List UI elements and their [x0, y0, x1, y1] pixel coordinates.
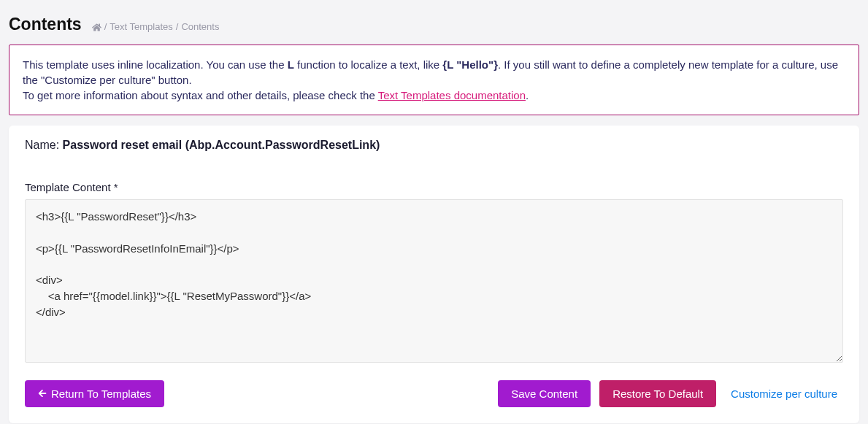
alert-text: This template uses inline localization. …	[23, 58, 288, 71]
template-content-input[interactable]	[25, 199, 843, 363]
save-button-label: Save Content	[511, 388, 577, 400]
return-button[interactable]: Return To Templates	[25, 380, 164, 407]
breadcrumb-separator: /	[176, 21, 179, 32]
docs-link[interactable]: Text Templates documentation	[378, 89, 526, 101]
breadcrumb-item[interactable]: Text Templates	[110, 21, 172, 32]
name-label: Name:	[25, 139, 59, 151]
alert-text: function to localize a text, like	[294, 58, 442, 71]
template-card: Name: Password reset email (Abp.Account.…	[9, 126, 859, 423]
name-value: Password reset email (Abp.Account.Passwo…	[63, 139, 380, 151]
return-button-label: Return To Templates	[51, 388, 151, 400]
actions-row: Return To Templates Save Content Restore…	[25, 380, 843, 407]
breadcrumb: / Text Templates / Contents	[92, 21, 220, 32]
page-header: Contents / Text Templates / Contents	[0, 0, 868, 45]
home-icon[interactable]	[92, 21, 101, 32]
breadcrumb-separator: /	[104, 21, 107, 32]
restore-button-label: Restore To Default	[612, 388, 703, 400]
arrow-left-icon	[38, 388, 47, 400]
alert-bold-example: {L "Hello"}	[442, 58, 498, 71]
alert-bold-L: L	[288, 58, 294, 71]
page-title: Contents	[9, 15, 82, 34]
save-button[interactable]: Save Content	[498, 380, 591, 407]
alert-text: .	[526, 89, 529, 101]
info-alert: This template uses inline localization. …	[9, 45, 859, 115]
alert-text: To get more information about syntax and…	[23, 89, 378, 101]
customize-button-label: Customize per culture	[731, 388, 837, 400]
breadcrumb-item: Contents	[181, 21, 219, 32]
content-label: Template Content *	[25, 181, 843, 193]
customize-button[interactable]: Customize per culture	[725, 380, 843, 407]
restore-button[interactable]: Restore To Default	[599, 380, 716, 407]
name-row: Name: Password reset email (Abp.Account.…	[25, 139, 843, 152]
